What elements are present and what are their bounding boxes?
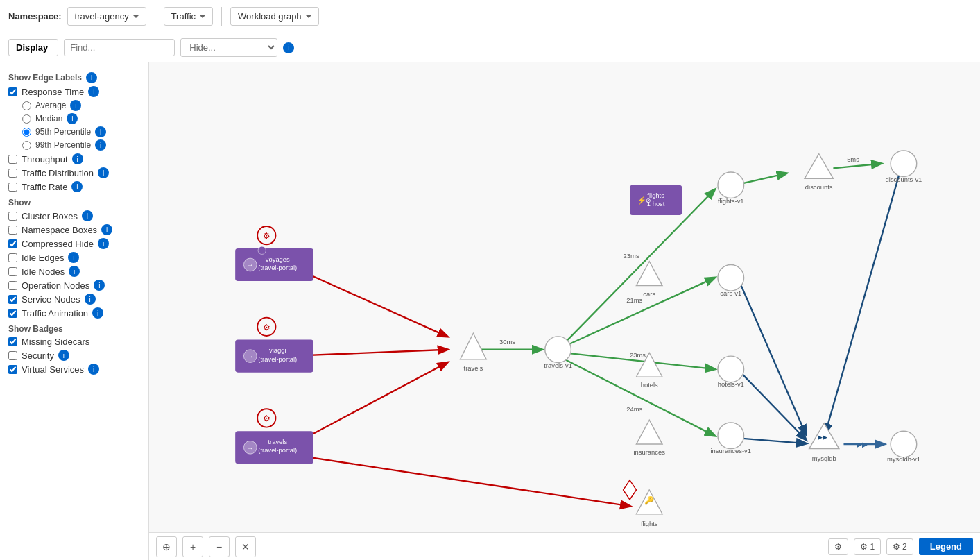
find-input[interactable] xyxy=(64,39,175,56)
operation-nodes-label: Operation Nodes xyxy=(22,280,89,291)
separator-1 xyxy=(155,7,155,26)
average-info-icon[interactable]: i xyxy=(70,100,81,111)
reset-button[interactable]: ✕ xyxy=(235,536,256,557)
service-nodes-info-icon[interactable]: i xyxy=(85,294,96,305)
layout-icon: ⚙ xyxy=(834,542,842,552)
namespace-boxes-checkbox[interactable] xyxy=(8,226,17,235)
svg-text:cars: cars xyxy=(643,290,655,298)
graph-type-dropdown[interactable]: Workload graph xyxy=(230,7,319,26)
missing-sidecars-label: Missing Sidecars xyxy=(22,337,89,347)
zoom-out-button[interactable]: − xyxy=(209,536,230,557)
graph-canvas[interactable]: 30ms 23ms 21ms 23ms 24ms 5ms xyxy=(149,62,980,532)
traffic-animation-item: Traffic Animation i xyxy=(8,307,140,319)
cluster-boxes-checkbox[interactable] xyxy=(8,212,17,221)
svg-text:(travel-portal): (travel-portal) xyxy=(258,446,297,454)
response-time-checkbox[interactable] xyxy=(8,87,17,96)
compressed-hide-checkbox[interactable] xyxy=(8,239,17,248)
svg-point-47 xyxy=(545,337,571,363)
zoom-in-icon: + xyxy=(190,541,196,552)
show-edge-labels-title: Show Edge Labels xyxy=(8,73,82,83)
traffic-rate-label: Traffic Rate xyxy=(22,182,67,192)
idle-nodes-info-icon[interactable]: i xyxy=(69,266,80,277)
svg-point-58 xyxy=(891,151,917,177)
median-radio[interactable] xyxy=(22,114,31,124)
virtual-services-info-icon[interactable]: i xyxy=(88,364,99,375)
security-label: Security xyxy=(22,350,54,361)
svg-line-21 xyxy=(287,454,630,506)
namespace-label: Namespace: xyxy=(8,11,62,22)
graph-layout-btn[interactable]: ⚙ xyxy=(828,538,848,555)
namespace-caret-icon xyxy=(133,15,139,18)
service-nodes-checkbox[interactable] xyxy=(8,295,17,304)
percentile99-radio[interactable] xyxy=(22,141,31,150)
security-info-icon[interactable]: i xyxy=(58,350,69,361)
display-label: Display xyxy=(16,42,48,53)
traffic-animation-info-icon[interactable]: i xyxy=(92,307,103,319)
svg-marker-68 xyxy=(636,420,662,444)
svg-text:🔑: 🔑 xyxy=(644,495,655,505)
info-icon[interactable]: i xyxy=(283,42,294,53)
operation-nodes-info-icon[interactable]: i xyxy=(94,280,105,291)
svg-text:23ms: 23ms xyxy=(624,252,639,260)
namespace-dropdown[interactable]: travel-agency xyxy=(67,7,146,26)
svg-text:flights-v1: flights-v1 xyxy=(718,197,744,205)
traffic-dropdown[interactable]: Traffic xyxy=(164,7,213,26)
svg-text:travels: travels xyxy=(268,438,287,446)
svg-point-54 xyxy=(718,172,744,198)
traffic-rate-info-icon[interactable]: i xyxy=(71,181,83,192)
service-nodes-label: Service Nodes xyxy=(22,294,80,305)
idle-edges-info-icon[interactable]: i xyxy=(68,252,79,263)
traffic-distribution-checkbox[interactable] xyxy=(8,169,17,178)
fit-graph-button[interactable]: ⊕ xyxy=(156,536,177,557)
percentile95-label: 95th Percentile xyxy=(35,127,91,137)
svg-marker-45 xyxy=(461,333,487,359)
svg-text:cars-v1: cars-v1 xyxy=(720,289,741,297)
response-time-info-icon[interactable]: i xyxy=(88,86,99,97)
svg-line-18 xyxy=(741,439,806,444)
svg-line-17 xyxy=(741,373,806,440)
percentile99-info-icon[interactable]: i xyxy=(95,139,106,151)
node-count-2-icon: ⚙ xyxy=(893,542,900,552)
svg-text:→: → xyxy=(247,261,253,269)
svg-text:▶▶: ▶▶ xyxy=(818,433,827,441)
node-count-1-icon: ⚙ xyxy=(860,542,868,552)
traffic-label: Traffic xyxy=(171,11,196,22)
svg-text:24ms: 24ms xyxy=(626,405,642,413)
operation-nodes-item: Operation Nodes i xyxy=(8,280,140,291)
display-button[interactable]: Display xyxy=(8,39,58,56)
compressed-hide-label: Compressed Hide xyxy=(22,239,94,249)
node-count-1-btn[interactable]: ⚙ 1 xyxy=(854,538,881,555)
svg-text:21ms: 21ms xyxy=(626,296,642,304)
edge-labels-info-icon[interactable]: i xyxy=(86,72,97,83)
security-checkbox[interactable] xyxy=(8,351,17,360)
compressed-hide-info-icon[interactable]: i xyxy=(98,238,109,249)
sidebar: Show Edge Labels i Response Time i Avera… xyxy=(0,62,149,560)
missing-sidecars-checkbox[interactable] xyxy=(8,337,17,346)
operation-nodes-checkbox[interactable] xyxy=(8,281,17,290)
traffic-caret-icon xyxy=(200,15,205,18)
graph-svg: 30ms 23ms 21ms 23ms 24ms 5ms xyxy=(149,62,980,532)
traffic-rate-checkbox[interactable] xyxy=(8,183,17,192)
virtual-services-checkbox[interactable] xyxy=(8,365,17,374)
percentile95-radio[interactable] xyxy=(22,128,31,137)
node-count-2-btn[interactable]: ⚙ 2 xyxy=(886,538,913,555)
percentile95-info-icon[interactable]: i xyxy=(95,126,106,137)
idle-nodes-checkbox[interactable] xyxy=(8,267,17,276)
idle-edges-checkbox[interactable] xyxy=(8,253,17,262)
percentile95-item: 95th Percentile i xyxy=(22,126,140,137)
traffic-animation-checkbox[interactable] xyxy=(8,309,17,318)
average-radio[interactable] xyxy=(22,101,31,110)
legend-button[interactable]: Legend xyxy=(919,538,973,555)
zoom-in-button[interactable]: + xyxy=(182,536,203,557)
svg-text:mysqldb-v1: mysqldb-v1 xyxy=(887,455,920,463)
throughput-checkbox[interactable] xyxy=(8,155,17,164)
graph-area[interactable]: 30ms 23ms 21ms 23ms 24ms 5ms xyxy=(149,62,980,560)
svg-line-7 xyxy=(565,278,714,346)
traffic-dist-info-icon[interactable]: i xyxy=(98,167,109,178)
median-info-icon[interactable]: i xyxy=(67,113,78,124)
throughput-info-icon[interactable]: i xyxy=(72,153,83,164)
svg-text:5ms: 5ms xyxy=(847,155,859,163)
namespace-boxes-info-icon[interactable]: i xyxy=(101,224,112,235)
hide-select[interactable]: Hide... xyxy=(180,38,277,57)
cluster-boxes-info-icon[interactable]: i xyxy=(82,210,93,221)
